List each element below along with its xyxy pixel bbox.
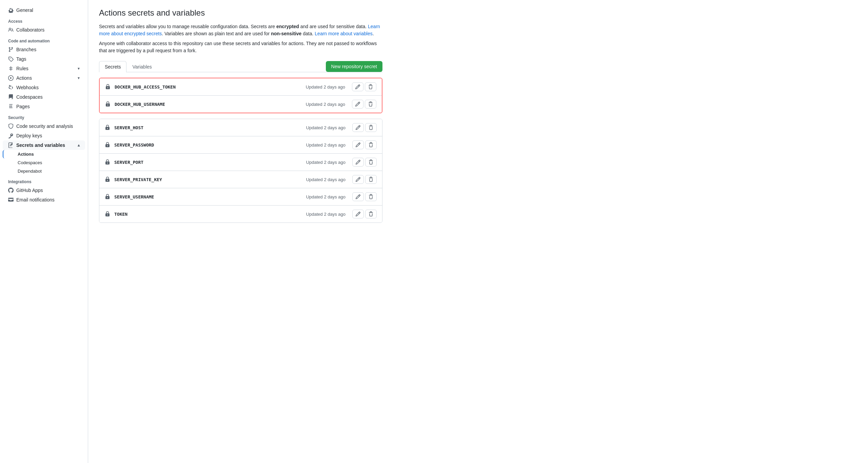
edit-button-5[interactable] — [352, 158, 364, 167]
delete-button-8[interactable] — [365, 210, 377, 218]
new-repository-secret-button[interactable]: New repository secret — [326, 61, 382, 72]
delete-button-2[interactable] — [365, 100, 376, 109]
webhook-icon — [8, 85, 14, 90]
lock-icon-6 — [105, 177, 110, 182]
delete-button-3[interactable] — [365, 123, 377, 132]
email-notifications-label: Email notifications — [16, 197, 55, 202]
branch-icon — [8, 47, 14, 52]
sidebar-sub-item-dependabot[interactable]: Dependabot — [3, 167, 85, 175]
sidebar-section-access: Access — [0, 15, 88, 25]
github-apps-label: GitHub Apps — [16, 188, 43, 193]
pages-icon — [8, 104, 14, 109]
apps-icon — [8, 188, 14, 193]
trash-icon — [368, 142, 374, 148]
pencil-icon — [355, 177, 361, 182]
edit-button-2[interactable] — [352, 100, 363, 109]
edit-button-4[interactable] — [352, 140, 364, 149]
pencil-icon — [355, 194, 361, 199]
action-buttons-7 — [351, 192, 377, 201]
highlighted-secrets-table: DOCKER_HUB_ACCESS_TOKEN Updated 2 days a… — [99, 78, 382, 113]
sidebar-section-code: Code and automation — [0, 35, 88, 45]
new-repository-secret-label: New repository secret — [331, 64, 377, 69]
trash-icon — [368, 211, 374, 217]
trash-icon — [368, 177, 374, 182]
secret-updated-1: Updated 2 days ago — [306, 84, 345, 90]
trash-icon — [368, 125, 374, 130]
sidebar-item-tags[interactable]: Tags — [3, 54, 85, 64]
actions-arrow-icon: ▾ — [78, 76, 80, 80]
sidebar-item-codespaces[interactable]: Codespaces — [3, 92, 85, 102]
secret-updated-8: Updated 2 days ago — [306, 212, 346, 217]
secret-icon — [8, 142, 14, 148]
secret-name-7: SERVER_USERNAME — [114, 194, 306, 199]
variables-link[interactable]: Learn more about variables — [315, 31, 372, 36]
pencil-icon — [355, 211, 361, 217]
pencil-icon — [355, 125, 361, 130]
secret-updated-5: Updated 2 days ago — [306, 160, 346, 165]
secret-name-4: SERVER_PASSWORD — [114, 142, 306, 148]
sidebar-item-secrets-and-variables[interactable]: Secrets and variables ▴ — [3, 140, 85, 150]
table-row: SERVER_PORT Updated 2 days ago — [99, 154, 382, 171]
tab-secrets[interactable]: Secrets — [99, 61, 126, 72]
table-row: TOKEN Updated 2 days ago — [99, 206, 382, 223]
edit-button-3[interactable] — [352, 123, 364, 132]
delete-button-4[interactable] — [365, 140, 377, 149]
secrets-table: SERVER_HOST Updated 2 days ago — [99, 119, 382, 223]
delete-button-6[interactable] — [365, 175, 377, 184]
delete-button-5[interactable] — [365, 158, 377, 167]
sidebar-item-rules[interactable]: Rules ▾ — [3, 64, 85, 73]
sidebar-item-pages[interactable]: Pages — [3, 102, 85, 111]
secret-name-8: TOKEN — [114, 212, 306, 217]
lock-icon-1 — [105, 84, 111, 90]
sidebar-item-code-security[interactable]: Code security and analysis — [3, 121, 85, 131]
codespaces-icon — [8, 94, 14, 100]
pencil-icon — [355, 101, 360, 107]
secret-name-6: SERVER_PRIVATE_KEY — [114, 177, 306, 182]
sidebar-item-webhooks[interactable]: Webhooks — [3, 83, 85, 92]
sidebar-item-github-apps[interactable]: GitHub Apps — [3, 186, 85, 195]
tag-icon — [8, 56, 14, 62]
action-buttons-3 — [351, 123, 377, 132]
pages-label: Pages — [16, 104, 30, 109]
edit-button-8[interactable] — [352, 210, 364, 218]
lock-icon-4 — [105, 142, 110, 148]
sidebar-item-general[interactable]: General — [3, 5, 85, 15]
trash-icon — [368, 194, 374, 199]
lock-icon-5 — [105, 159, 110, 165]
sidebar-section-security: Security — [0, 111, 88, 121]
page-title: Actions secrets and variables — [99, 8, 382, 18]
pencil-icon — [355, 84, 360, 90]
secret-name-3: SERVER_HOST — [114, 125, 306, 130]
actions-label: Actions — [16, 75, 32, 81]
action-buttons-5 — [351, 158, 377, 167]
actions-icon — [8, 75, 14, 81]
lock-icon-2 — [105, 101, 111, 107]
sidebar: General Access Collaborators Code and au… — [0, 0, 88, 463]
rules-icon — [8, 66, 14, 71]
sidebar-item-branches[interactable]: Branches — [3, 45, 85, 54]
delete-button-7[interactable] — [365, 192, 377, 201]
gear-icon — [8, 7, 14, 13]
delete-button-1[interactable] — [365, 82, 376, 91]
sidebar-item-collaborators[interactable]: Collaborators — [3, 25, 85, 35]
trash-icon — [368, 101, 373, 107]
key-icon — [8, 133, 14, 138]
sidebar-general-label: General — [16, 7, 33, 13]
table-row: DOCKER_HUB_USERNAME Updated 2 days ago — [100, 96, 382, 113]
sidebar-item-email-notifications[interactable]: Email notifications — [3, 195, 85, 205]
edit-button-1[interactable] — [352, 82, 363, 91]
code-security-label: Code security and analysis — [16, 123, 73, 129]
tab-variables[interactable]: Variables — [126, 61, 157, 72]
sidebar-sub-item-actions[interactable]: Actions — [3, 150, 85, 158]
edit-button-7[interactable] — [352, 192, 364, 201]
lock-icon-8 — [105, 211, 110, 217]
sidebar-item-actions[interactable]: Actions ▾ — [3, 73, 85, 83]
trash-icon — [368, 84, 373, 90]
secret-name-5: SERVER_PORT — [114, 160, 306, 165]
sidebar-sub-item-codespaces[interactable]: Codespaces — [3, 158, 85, 167]
pencil-icon — [355, 159, 361, 165]
sidebar-section-integrations: Integrations — [0, 175, 88, 186]
edit-button-6[interactable] — [352, 175, 364, 184]
rules-arrow-icon: ▾ — [78, 66, 80, 71]
sidebar-item-deploy-keys[interactable]: Deploy keys — [3, 131, 85, 140]
